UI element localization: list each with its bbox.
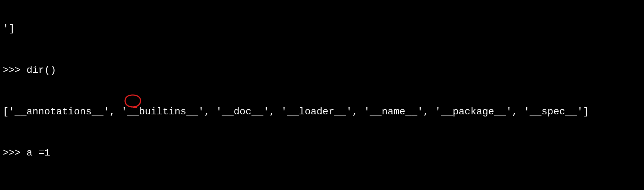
command-text: a =1 [26,147,50,158]
output-text: '] [3,23,15,34]
prompt-marker: >>> [3,65,26,76]
terminal-input-line: >>> a =1 [3,146,641,160]
terminal-input-line: >>> dir() [3,63,641,77]
terminal-input-line: >>> dir() [3,188,641,190]
terminal-output-line: '] [3,22,641,36]
prompt-marker: >>> [3,147,26,158]
command-text: dir() [26,65,56,76]
terminal-output-line: ['__annotations__', '__builtins__', '__d… [3,105,641,119]
command-text: dir() [26,189,56,190]
prompt-marker: >>> [3,189,26,190]
terminal-output-area[interactable]: '] >>> dir() ['__annotations__', '__buil… [3,1,641,190]
output-text: ['__annotations__', '__builtins__', '__d… [3,106,589,117]
